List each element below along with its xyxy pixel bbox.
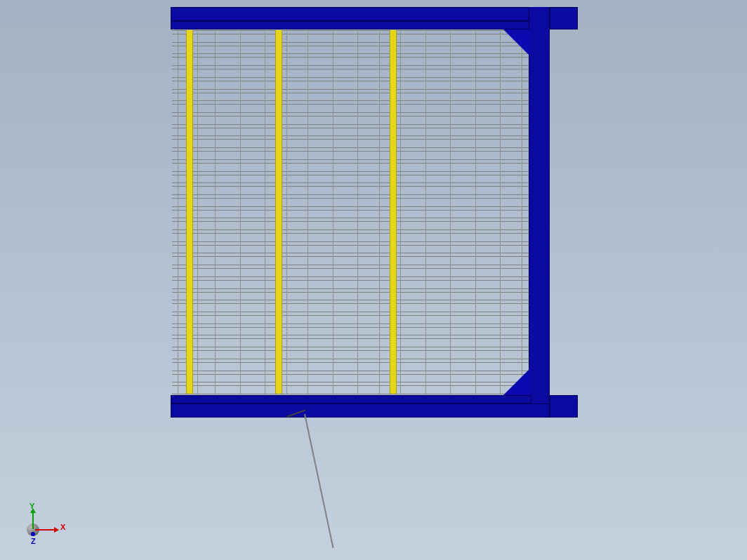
vertical-accent-bar xyxy=(275,30,282,394)
vertical-gridline xyxy=(475,30,476,394)
model[interactable] xyxy=(171,7,578,547)
x-axis-label: X xyxy=(60,524,65,531)
vertical-gridline xyxy=(197,30,198,394)
vertical-accent-bar xyxy=(390,30,397,394)
vertical-gridline xyxy=(522,30,522,394)
top-beam-end-block xyxy=(550,7,578,29)
vertical-gridline xyxy=(286,30,287,394)
orientation-triad[interactable]: X Y Z xyxy=(21,504,70,546)
bottom-beam-end-block xyxy=(550,395,578,418)
vertical-gridline xyxy=(333,30,333,394)
top-beam xyxy=(171,7,578,29)
top-beam-upper xyxy=(171,7,550,21)
gusset-bottom-right xyxy=(503,368,530,395)
x-axis-arrow-icon xyxy=(35,529,55,531)
z-axis-label: Z xyxy=(31,538,36,545)
y-axis-arrow-icon xyxy=(32,512,34,529)
bottom-beam-upper xyxy=(171,395,531,404)
vertical-gridline xyxy=(308,30,308,394)
vertical-accent-bar xyxy=(186,30,193,394)
vertical-gridline xyxy=(400,30,401,394)
vertical-gridline xyxy=(240,30,241,394)
vertical-gridline xyxy=(379,30,380,394)
vertical-gridline xyxy=(450,30,451,394)
vertical-gridline xyxy=(500,30,501,394)
right-column xyxy=(529,7,550,418)
cad-viewport[interactable]: X Y Z xyxy=(0,0,747,560)
top-beam-lower xyxy=(171,21,531,29)
vertical-gridline xyxy=(357,30,358,394)
gusset-top-right xyxy=(503,29,530,56)
vertical-gridline xyxy=(215,30,216,394)
z-axis-dot-icon xyxy=(31,532,35,536)
y-axis-label: Y xyxy=(29,502,34,510)
vertical-gridline xyxy=(265,30,265,394)
vertical-gridline xyxy=(178,30,178,394)
vertical-gridline xyxy=(425,30,426,394)
slat-grid xyxy=(172,30,529,394)
control-rod xyxy=(304,414,333,548)
bottom-beam xyxy=(171,395,578,418)
bottom-beam-lower xyxy=(171,404,550,418)
